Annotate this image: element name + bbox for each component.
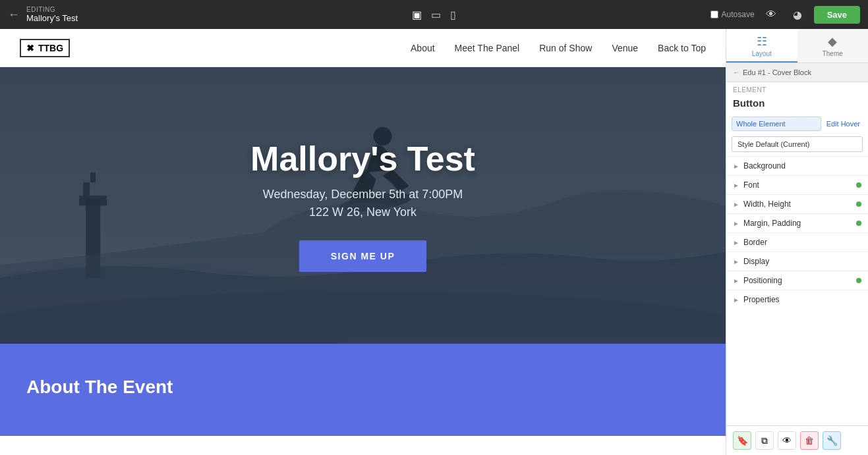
logo-text: TTBG: [38, 43, 63, 53]
prop-width-height[interactable]: ► Width, Height: [726, 194, 868, 213]
about-section: About The Event: [0, 344, 726, 436]
autosave-checkbox[interactable]: [710, 11, 718, 18]
prop-name-display: Display: [743, 257, 861, 266]
tab-layout[interactable]: ☷ Layout: [726, 29, 797, 63]
sign-up-button[interactable]: SIGN ME UP: [299, 240, 426, 272]
canvas-area: ✖ TTBG About Meet The Panel Run of Show …: [0, 29, 726, 455]
breadcrumb-text: Edu #1 - Cover Block: [743, 68, 811, 76]
prop-chevron-wh: ►: [733, 201, 739, 208]
layout-tab-icon: ☷: [757, 34, 767, 49]
preview-button[interactable]: 👁: [761, 5, 781, 24]
hero-address: 122 W 26, New York: [309, 205, 417, 219]
prop-dot-font: [856, 182, 861, 188]
autosave-label[interactable]: Autosave: [710, 10, 755, 19]
prop-chevron-display: ►: [733, 258, 739, 265]
site-nav: ✖ TTBG About Meet The Panel Run of Show …: [0, 29, 726, 67]
prop-name-positioning: Positioning: [743, 276, 856, 285]
mobile-icon[interactable]: ▯: [450, 9, 456, 21]
top-bar-right: Autosave 👁 ◕ Save: [710, 5, 860, 24]
prop-chevron-mp: ►: [733, 220, 739, 227]
site-logo[interactable]: ✖ TTBG: [20, 39, 70, 57]
editing-label: EDITING Mallory's Test: [26, 6, 78, 23]
prop-margin-padding[interactable]: ► Margin, Padding: [726, 213, 868, 232]
about-title: About The Event: [26, 377, 699, 398]
prop-name-font: Font: [743, 180, 856, 190]
device-switcher: ▣ ▭ ▯: [412, 9, 456, 21]
breadcrumb-back-arrow: ←: [733, 68, 740, 76]
prop-properties[interactable]: ► Properties: [726, 290, 868, 309]
prop-border[interactable]: ► Border: [726, 232, 868, 252]
share-button[interactable]: ◕: [788, 5, 807, 24]
prop-chevron-font: ►: [733, 182, 739, 189]
whole-element-row: Whole Element Edit Hover: [726, 114, 868, 134]
panel-section-title: Button: [726, 95, 868, 114]
editing-text: EDITING: [26, 6, 78, 13]
hero-title: Mallory's Test: [250, 139, 475, 178]
tab-theme-label: Theme: [823, 50, 843, 57]
hero-section: Mallory's Test Wednesday, December 5th a…: [0, 67, 726, 344]
nav-meet-panel[interactable]: Meet The Panel: [455, 43, 520, 53]
element-label: Element: [726, 82, 868, 95]
prop-font[interactable]: ► Font: [726, 175, 868, 194]
prop-chevron-border: ►: [733, 239, 739, 246]
prop-name-properties: Properties: [743, 295, 861, 304]
back-button[interactable]: ←: [8, 8, 20, 22]
page-name: Mallory's Test: [26, 13, 78, 23]
prop-dot-wh: [856, 201, 861, 207]
nav-about[interactable]: About: [411, 43, 435, 53]
toolbar-delete-btn[interactable]: 🗑: [800, 431, 819, 450]
prop-dot-pos: [856, 278, 861, 283]
style-dropdown[interactable]: Style Default (Current): [732, 136, 863, 152]
edit-hover-button[interactable]: Edit Hover: [824, 117, 863, 130]
tab-layout-label: Layout: [752, 50, 772, 57]
top-bar-left: ← EDITING Mallory's Test: [8, 6, 78, 23]
prop-name-margin-padding: Margin, Padding: [743, 219, 856, 228]
desktop-icon[interactable]: ▣: [412, 9, 422, 21]
tablet-icon[interactable]: ▭: [431, 9, 441, 21]
toolbar-save-btn[interactable]: 🔖: [733, 431, 751, 450]
tab-theme[interactable]: ◆ Theme: [797, 29, 869, 63]
prop-name-background: Background: [743, 161, 861, 171]
toolbar-settings-btn[interactable]: 🔧: [823, 431, 841, 450]
nav-links: About Meet The Panel Run of Show Venue B…: [411, 43, 706, 53]
hero-date: Wednesday, December 5th at 7:00PM: [263, 188, 463, 201]
hero-content: Mallory's Test Wednesday, December 5th a…: [250, 139, 475, 272]
nav-back-to-top[interactable]: Back to Top: [658, 43, 706, 53]
prop-name-width-height: Width, Height: [743, 200, 856, 209]
right-panel: ☷ Layout ◆ Theme ← Edu #1 - Cover Block …: [726, 29, 868, 455]
prop-name-border: Border: [743, 238, 861, 247]
style-dropdown-row: Style Default (Current): [726, 134, 868, 156]
save-button[interactable]: Save: [814, 6, 860, 24]
prop-chevron: ►: [733, 163, 739, 170]
prop-background[interactable]: ► Background: [726, 156, 868, 175]
prop-chevron-pos: ►: [733, 277, 739, 284]
nav-run-of-show[interactable]: Run of Show: [539, 43, 592, 53]
breadcrumb[interactable]: ← Edu #1 - Cover Block: [726, 63, 868, 82]
panel-tabs: ☷ Layout ◆ Theme: [726, 29, 868, 63]
panel-bottom-toolbar: 🔖 ⧉ 👁 🗑 🔧: [726, 425, 868, 455]
toolbar-copy-btn[interactable]: ⧉: [755, 431, 774, 450]
nav-venue[interactable]: Venue: [612, 43, 638, 53]
prop-dot-mp: [856, 221, 861, 226]
top-bar: ← EDITING Mallory's Test ▣ ▭ ▯ Autosave …: [0, 0, 868, 29]
main-layout: ✖ TTBG About Meet The Panel Run of Show …: [0, 29, 868, 455]
prop-positioning[interactable]: ► Positioning: [726, 271, 868, 290]
toolbar-eye-btn[interactable]: 👁: [778, 431, 796, 450]
prop-display[interactable]: ► Display: [726, 252, 868, 271]
logo-icon: ✖: [26, 43, 34, 53]
whole-element-select[interactable]: Whole Element: [732, 117, 821, 131]
prop-chevron-props: ►: [733, 296, 739, 304]
properties-list: ► Background ► Font ► Width, Height ► Ma…: [726, 156, 868, 309]
theme-tab-icon: ◆: [828, 34, 837, 49]
